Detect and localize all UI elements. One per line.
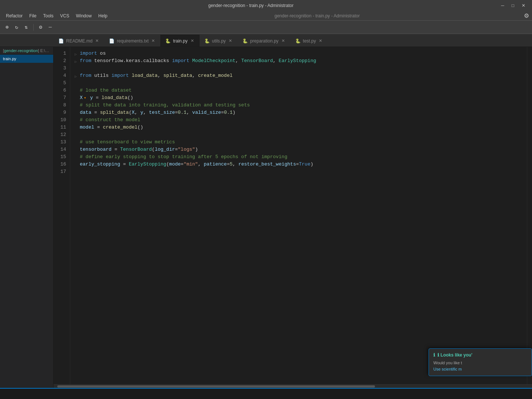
code-token: = bbox=[221, 110, 224, 115]
code-line[interactable] bbox=[74, 131, 527, 139]
tab-requirements[interactable]: 📄 requirements.txt ✕ bbox=[104, 35, 160, 47]
tab-readme[interactable]: 📄 README.md ✕ bbox=[54, 35, 104, 47]
code-token: 0.1 bbox=[224, 110, 232, 115]
vertical-scrollbar[interactable] bbox=[527, 47, 532, 384]
code-token: True bbox=[299, 161, 310, 167]
title-center: gender-recognition - train.py - Administ… bbox=[111, 13, 523, 18]
menu-vcs[interactable]: VCS bbox=[57, 13, 72, 19]
code-line[interactable]: model = create_model() bbox=[74, 124, 527, 131]
code-token: ModelCheckpoint bbox=[192, 58, 235, 64]
tab-preparation-close[interactable]: ✕ bbox=[281, 38, 286, 44]
code-token: = bbox=[93, 95, 101, 100]
menu-window[interactable]: Window bbox=[73, 13, 95, 19]
toolbar-settings-btn[interactable]: ⚙ bbox=[37, 23, 45, 31]
menu-refactor[interactable]: Refactor bbox=[3, 13, 25, 19]
menu-tools[interactable]: Tools bbox=[40, 13, 57, 19]
code-line[interactable]: tensorboard = TensorBoard(log_dir="logs"… bbox=[74, 146, 527, 153]
tab-readme-icon: 📄 bbox=[58, 38, 64, 44]
code-line[interactable]: # load the dataset bbox=[74, 87, 527, 94]
minimize-button[interactable]: ─ bbox=[498, 3, 507, 8]
code-token: , bbox=[187, 110, 192, 115]
sidebar-project-label: [gender-recognition] E:\Pythc bbox=[0, 47, 53, 55]
code-line[interactable]: ▷import os bbox=[74, 50, 527, 57]
toolbar-sep bbox=[33, 24, 34, 31]
close-button[interactable]: ✕ bbox=[519, 3, 528, 8]
toolbar-minus-btn[interactable]: ─ bbox=[46, 23, 54, 31]
notification-title: ℹ Looks like you' bbox=[437, 352, 473, 358]
title-bar: gender-recognition - train.py - Administ… bbox=[0, 0, 532, 11]
code-token: = bbox=[94, 125, 103, 130]
tab-test-close[interactable]: ✕ bbox=[318, 38, 323, 44]
line-number: 2 bbox=[54, 57, 66, 65]
tab-train-label: train.py bbox=[173, 38, 187, 44]
line-number: 3 bbox=[54, 65, 66, 72]
code-token: create_model bbox=[198, 73, 233, 78]
menu-help[interactable]: Help bbox=[95, 13, 110, 19]
code-token: create_model bbox=[103, 125, 137, 130]
code-token: split_data bbox=[163, 73, 192, 78]
code-token: # load the dataset bbox=[80, 88, 132, 93]
line-number: 6 bbox=[54, 87, 66, 94]
code-token: , bbox=[235, 58, 241, 64]
sidebar-selected-item[interactable]: train.py bbox=[0, 55, 53, 63]
code-token: = bbox=[120, 161, 129, 167]
code-line[interactable]: data = split_data(X, y, test_size=0.1, v… bbox=[74, 109, 527, 116]
code-token: 🔸 bbox=[83, 96, 87, 100]
notification-link[interactable]: Use scientific m bbox=[433, 367, 462, 371]
code-line[interactable]: X🔸 y = load_data() bbox=[74, 94, 527, 102]
maximize-button[interactable]: □ bbox=[509, 3, 517, 8]
code-token: load_data bbox=[102, 95, 127, 100]
tab-test[interactable]: 🐍 test.py ✕ bbox=[290, 35, 328, 47]
code-token: , bbox=[198, 161, 204, 167]
code-content[interactable]: ▷import os▷from tensorflow.keras.callbac… bbox=[70, 47, 527, 384]
code-token: () bbox=[127, 95, 133, 100]
console-area bbox=[0, 388, 532, 399]
code-line[interactable]: # use tensorboard to view metrics bbox=[74, 139, 527, 146]
code-view[interactable]: 1234567891011121314151617 ▷import os▷fro… bbox=[54, 47, 532, 384]
tabs-bar: 📄 README.md ✕ 📄 requirements.txt ✕ 🐍 tra… bbox=[0, 34, 532, 47]
tab-utils-icon: 🐍 bbox=[204, 38, 210, 44]
code-line[interactable]: # define early stopping to stop training… bbox=[74, 153, 527, 161]
tab-readme-close[interactable]: ✕ bbox=[95, 38, 99, 44]
tab-utils-close[interactable]: ✕ bbox=[228, 38, 233, 44]
toolbar-add-btn[interactable]: ⊕ bbox=[3, 23, 11, 31]
line-number: 17 bbox=[54, 168, 66, 175]
code-token: , bbox=[273, 58, 279, 64]
code-token: y bbox=[140, 110, 143, 115]
code-line[interactable]: # split the data into training, validati… bbox=[74, 102, 527, 109]
tab-train-close[interactable]: ✕ bbox=[190, 38, 195, 44]
code-line[interactable] bbox=[74, 168, 527, 175]
code-line[interactable]: early_stopping = EarlyStopping(mode="min… bbox=[74, 161, 527, 168]
h-scroll-thumb[interactable] bbox=[57, 385, 375, 388]
tab-train-icon: 🐍 bbox=[165, 38, 171, 44]
menu-file[interactable]: File bbox=[26, 13, 39, 19]
code-token: test_size bbox=[149, 110, 175, 115]
tab-preparation-icon: 🐍 bbox=[242, 38, 248, 44]
toolbar-collapse-btn[interactable]: ⇅ bbox=[22, 23, 30, 31]
horizontal-scrollbar[interactable] bbox=[54, 384, 532, 388]
tab-utils-label: utils.py bbox=[212, 38, 226, 44]
title-text: gender-recognition - train.py - Administ… bbox=[4, 3, 498, 8]
code-token: ( bbox=[152, 147, 155, 152]
tab-test-label: test.py bbox=[303, 38, 316, 44]
tab-train[interactable]: 🐍 train.py ✕ bbox=[160, 35, 199, 47]
code-token: tensorflow.keras.callbacks bbox=[91, 58, 172, 64]
info-icon: ℹ bbox=[433, 352, 435, 358]
code-line[interactable] bbox=[74, 65, 527, 72]
code-line[interactable] bbox=[74, 79, 527, 87]
code-token: , bbox=[143, 110, 149, 115]
tab-requirements-close[interactable]: ✕ bbox=[151, 38, 156, 44]
code-token: = bbox=[181, 161, 184, 167]
tab-preparation[interactable]: 🐍 preparation.py ✕ bbox=[238, 35, 290, 47]
code-token: # define early stopping to stop training… bbox=[80, 154, 287, 160]
line-number: 14 bbox=[54, 146, 66, 153]
code-line[interactable]: ▷from tensorflow.keras.callbacks import … bbox=[74, 57, 527, 65]
code-line[interactable]: # construct the model bbox=[74, 116, 527, 124]
settings-icon[interactable]: ⚙ bbox=[524, 12, 529, 19]
tab-utils[interactable]: 🐍 utils.py ✕ bbox=[200, 35, 238, 47]
toolbar-refresh-btn[interactable]: ↻ bbox=[13, 23, 21, 31]
code-token: valid_size bbox=[192, 110, 221, 115]
code-token: import bbox=[80, 51, 97, 56]
code-token: 0.1 bbox=[178, 110, 186, 115]
code-line[interactable]: ▷from utils import load_data, split_data… bbox=[74, 72, 527, 79]
